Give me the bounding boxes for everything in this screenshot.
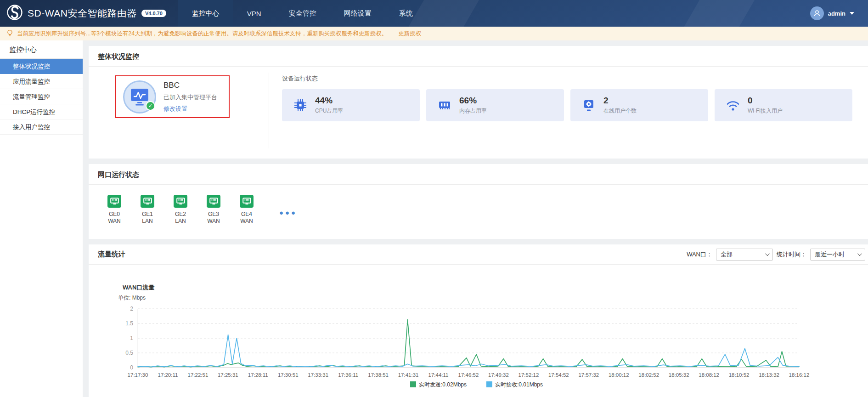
- x-axis-tick-label: 17:33:31: [308, 372, 328, 378]
- wifi-icon: [726, 98, 740, 113]
- nav-tab[interactable]: 系统: [385, 0, 427, 27]
- y-axis-tick-label: 2: [130, 306, 133, 312]
- stat-card: 66% 内存占用率: [426, 89, 564, 121]
- traffic-card: 流量统计 WAN口： 全部 统计时间： 最近一小时 WAN口流量单位: Mbps…: [89, 244, 868, 397]
- version-badge: V4.0.70: [141, 10, 166, 17]
- port-type: WAN: [203, 218, 224, 225]
- ethernet-port-icon: [107, 195, 121, 208]
- send-series-line: [138, 320, 799, 367]
- stat-card: 2 在线用户个数: [570, 89, 708, 121]
- ethernet-port-icon: [207, 195, 220, 208]
- ports-card: 网口运行状态 GE0 WAN GE1 LAN GE2 LAN GE3 WAN G…: [89, 164, 868, 239]
- nav-tab[interactable]: 安全管控: [275, 0, 330, 27]
- device-online-check-icon: ✓: [146, 101, 155, 111]
- stat-value: 2: [603, 96, 637, 106]
- stat-value: 66%: [459, 96, 487, 106]
- x-axis-tick-label: 17:54:52: [548, 372, 569, 378]
- y-axis-tick-label: 0: [130, 364, 133, 371]
- port-name: GE4: [236, 211, 257, 218]
- x-axis-tick-label: 17:44:11: [428, 372, 449, 378]
- traffic-card-header: 流量统计 WAN口： 全部 统计时间： 最近一小时: [89, 244, 868, 265]
- device-name: BBC: [163, 81, 217, 90]
- device-info-highlight-box[interactable]: ✓ BBC 已加入集中管理平台 修改设置: [115, 75, 230, 118]
- x-axis-tick-label: 17:38:51: [368, 372, 389, 378]
- nav-decoration: [673, 0, 760, 27]
- port-item: GE2 LAN: [170, 195, 191, 225]
- legend-swatch[interactable]: [410, 381, 416, 387]
- x-axis-tick-label: 17:30:51: [278, 372, 299, 378]
- port-item: GE4 WAN: [236, 195, 257, 225]
- sidebar-item[interactable]: 整体状况监控: [0, 59, 83, 74]
- wan-port-select[interactable]: 全部: [716, 249, 773, 261]
- legend-label[interactable]: 实时接收:0.01Mbps: [495, 381, 543, 388]
- device-avatar: ✓: [123, 80, 156, 113]
- port-item: GE0 WAN: [104, 195, 125, 225]
- y-axis-tick-label: 0.5: [125, 350, 133, 356]
- user-avatar-icon: [810, 6, 824, 20]
- time-filter-label: 统计时间：: [777, 250, 806, 259]
- port-name: GE2: [170, 211, 191, 218]
- chevron-down-icon: [850, 12, 854, 15]
- online-users-icon: [581, 98, 596, 113]
- traffic-card-title: 流量统计: [98, 250, 125, 259]
- nav-tabs: 监控中心VPN安全管控网络设置系统: [178, 0, 427, 27]
- y-axis-tick-label: 1.5: [125, 320, 133, 327]
- modify-settings-link[interactable]: 修改设置: [163, 105, 217, 113]
- x-axis-tick-label: 18:10:52: [729, 372, 750, 378]
- stat-card: 0 Wi-Fi接入用户: [715, 89, 852, 121]
- x-axis-tick-label: 18:13:32: [759, 372, 779, 378]
- stat-label: CPU占用率: [315, 107, 343, 115]
- x-axis-tick-label: 17:41:31: [398, 372, 419, 378]
- sidebar-item[interactable]: 接入用户监控: [0, 119, 83, 135]
- nav-tab[interactable]: VPN: [233, 0, 275, 27]
- ethernet-port-icon: [174, 195, 187, 208]
- port-item: GE1 LAN: [137, 195, 158, 225]
- user-menu[interactable]: admin: [810, 0, 868, 27]
- overview-card: 整体状况监控 ✓ BBC 已加入集中管理平台 修改设置 设备运行状态 44% C…: [89, 46, 868, 159]
- top-navbar: SD-WAN安全智能路由器 V4.0.70 监控中心VPN安全管控网络设置系统 …: [0, 0, 868, 27]
- nav-tab[interactable]: 网络设置: [330, 0, 385, 27]
- cpu-icon: [293, 98, 308, 113]
- stat-value: 0: [748, 96, 783, 106]
- device-stats-panel: 设备运行状态 44% CPU占用率 66% 内存占用率 2 在线用户个数 0 W: [269, 73, 863, 148]
- port-name: GE3: [203, 211, 224, 218]
- x-axis-tick-label: 18:00:12: [609, 372, 629, 378]
- stat-card: 44% CPU占用率: [282, 89, 420, 121]
- x-axis-tick-label: 17:20:11: [158, 372, 178, 378]
- memory-icon: [437, 98, 452, 113]
- overview-card-title: 整体状况监控: [89, 46, 868, 67]
- sidebar: 监控中心 整体状况监控应用流量监控流量管理监控DHCP运行监控接入用户监控: [0, 40, 83, 397]
- sidebar-item[interactable]: DHCP运行监控: [0, 104, 83, 119]
- chevron-down-icon: [857, 251, 862, 256]
- sidebar-item[interactable]: 应用流量监控: [0, 74, 83, 89]
- legend-label[interactable]: 实时发送:0.02Mbps: [419, 381, 467, 388]
- chart-title: WAN口流量: [123, 284, 154, 291]
- port-type: LAN: [137, 218, 158, 225]
- x-axis-tick-label: 17:52:12: [519, 372, 539, 378]
- sidebar-items: 整体状况监控应用流量监控流量管理监控DHCP运行监控接入用户监控: [0, 59, 83, 135]
- ethernet-port-icon: [141, 195, 154, 208]
- stats-row: 44% CPU占用率 66% 内存占用率 2 在线用户个数 0 Wi-Fi接入用…: [282, 89, 863, 121]
- legend-swatch[interactable]: [486, 381, 492, 387]
- time-range-select[interactable]: 最近一小时: [810, 249, 865, 261]
- chevron-down-icon: [765, 251, 770, 256]
- product-logo-icon: [6, 4, 23, 23]
- port-name: GE1: [137, 211, 158, 218]
- x-axis-tick-label: 17:25:31: [218, 372, 238, 378]
- stat-label: Wi-Fi接入用户: [748, 107, 783, 115]
- traffic-chart: WAN口流量单位: Mbps00.511.5217:17:3017:20:111…: [107, 280, 823, 393]
- time-range-select-value: 最近一小时: [815, 250, 845, 259]
- ports-row: GE0 WAN GE1 LAN GE2 LAN GE3 WAN GE4 WAN …: [89, 185, 868, 225]
- renew-license-link[interactable]: 更新授权: [398, 30, 421, 38]
- more-ports-button[interactable]: ●●●: [279, 209, 297, 216]
- device-status: 已加入集中管理平台: [163, 93, 217, 102]
- nav-tab[interactable]: 监控中心: [178, 0, 233, 27]
- license-warning-banner: 当前应用识别库升级序列号...等3个模块还有24天到期，为避免影响设备的正常使用…: [0, 27, 868, 40]
- sidebar-item[interactable]: 流量管理监控: [0, 89, 83, 104]
- x-axis-tick-label: 17:46:52: [458, 372, 479, 378]
- x-axis-tick-label: 18:16:12: [789, 372, 810, 378]
- x-axis-tick-label: 18:02:52: [638, 372, 659, 378]
- sidebar-title: 监控中心: [0, 40, 83, 59]
- x-axis-tick-label: 17:22:51: [188, 372, 209, 378]
- ports-card-title: 网口运行状态: [89, 164, 868, 185]
